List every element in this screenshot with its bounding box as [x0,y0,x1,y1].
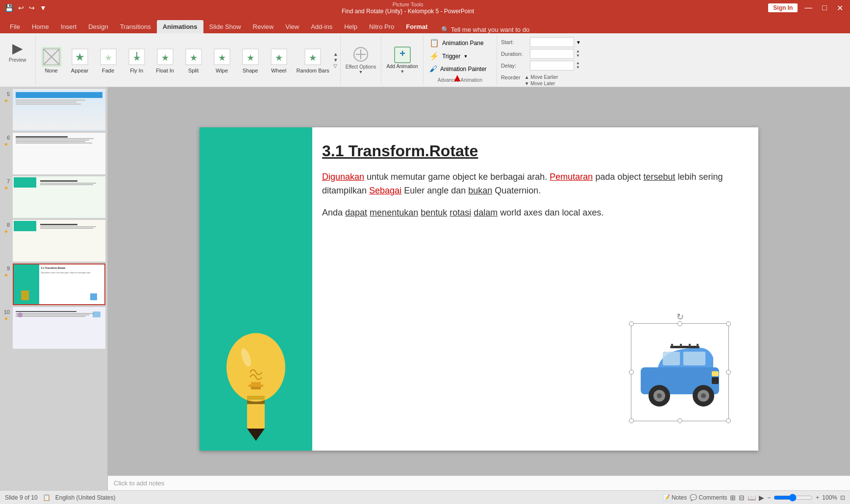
tab-slideshow[interactable]: Slide Show [203,20,247,33]
tab-format[interactable]: Format [400,20,433,33]
start-input[interactable] [530,37,574,47]
start-dropdown-arrow[interactable]: ▼ [576,40,581,45]
handle-top-left[interactable] [629,321,634,326]
anim-floatin-button[interactable]: ★ Float In [151,45,179,75]
split-icon: ★ [184,47,203,67]
start-row: Start: ▼ [501,37,581,47]
wipe-label: Wipe [216,68,228,73]
tab-review[interactable]: Review [247,20,280,33]
add-animation-icon: + [394,46,411,64]
slide-item-5[interactable]: 5 ★ [2,89,105,131]
duration-down-arrow[interactable]: ▼ [576,54,580,58]
body-text-4: Euler angle dan [404,186,468,195]
animation-pane-button[interactable]: 📋 Animation Pane [427,37,493,48]
undo-icon[interactable]: ↩ [17,4,25,12]
svg-marker-28 [247,429,265,441]
minimize-button[interactable]: — [801,3,815,12]
tab-animations[interactable]: Animations [157,20,203,33]
start-label: Start: [501,39,528,45]
anim-wheel-button[interactable]: ★ Wheel [265,45,293,75]
move-later-button[interactable]: ▼ Move Later [525,81,558,86]
slide-item-10[interactable]: 10 ★ [2,307,105,349]
slide-canvas[interactable]: 3.1 Transform.Rotate Digunakan untuk mem… [200,127,758,451]
anim-shape-button[interactable]: ★ Shape [237,45,264,75]
close-button[interactable]: ✕ [834,3,846,13]
scroll-down-arrow[interactable]: ▼ [333,57,338,63]
slide-6-thumb[interactable] [13,133,105,174]
delay-input[interactable] [530,61,574,71]
notes-placeholder-area[interactable]: Click to add notes [108,476,850,490]
notes-button[interactable]: 📝 Notes [663,494,687,501]
tab-addins[interactable]: Add-ins [305,20,338,33]
handle-top-right[interactable] [726,321,731,326]
tab-help[interactable]: Help [338,20,363,33]
zoom-in-button[interactable]: + [816,494,819,501]
scroll-up-arrow[interactable]: ▲ [333,51,338,57]
save-icon[interactable]: 💾 [4,4,14,12]
move-earlier-button[interactable]: ▲ Move Earlier [525,74,558,80]
trigger-icon: ⚡ [429,51,439,61]
anim-flyin-button[interactable]: ★ Fly In [123,45,150,75]
slide-5-thumb[interactable] [13,89,105,131]
delay-down-arrow[interactable]: ▼ [576,66,580,70]
slide-sorter-button[interactable]: ⊟ [739,494,745,502]
slide-9-thumb[interactable]: 3.1 Transform.Rotate Digunakan untuk mem… [13,264,105,305]
slide-item-7[interactable]: 7 ★ [2,176,105,218]
reorder-buttons: ▲ Move Earlier ▼ Move Later [525,74,558,86]
slide-item-6[interactable]: 6 ★ [2,133,105,174]
svg-point-30 [226,333,285,402]
preview-group: ▶ Preview [0,35,36,85]
tab-nitropro[interactable]: Nitro Pro [363,20,400,33]
anim-appear-button[interactable]: ★ Appear [66,45,94,75]
tab-view[interactable]: View [279,20,305,33]
fit-slide-button[interactable]: ⊡ [840,494,845,501]
slide-10-thumb[interactable] [13,307,105,349]
tab-home[interactable]: Home [26,20,55,33]
anim-split-button[interactable]: ★ Split [180,45,207,75]
handle-bottom-right[interactable] [726,418,731,423]
tell-me-input[interactable]: 🔍 Tell me what you want to do [441,26,529,33]
tab-insert[interactable]: Insert [55,20,83,33]
handle-bottom-middle[interactable] [677,418,682,423]
handle-middle-left[interactable] [629,370,634,375]
svg-text:★: ★ [161,53,169,63]
appear-icon: ★ [70,47,90,67]
slide-panel[interactable]: 5 ★ 6 ★ [0,87,108,490]
maximize-button[interactable]: □ [819,3,830,12]
redo-icon[interactable]: ↪ [28,4,36,12]
slide-item-8[interactable]: 8 ★ [2,220,105,262]
tab-design[interactable]: Design [82,20,114,33]
normal-view-button[interactable]: ⊞ [730,494,736,502]
preview-button[interactable]: ▶ Preview [5,37,30,66]
comments-button[interactable]: 💬 Comments [690,494,727,501]
scroll-more-arrow[interactable]: ▽ [333,63,338,69]
anim-none-button[interactable]: None [38,45,65,75]
customize-icon[interactable]: ▼ [39,4,48,12]
slide-item-9[interactable]: 9 ★ 3.1 Transform.Rotate Digunakan untuk… [2,264,105,305]
tab-transitions[interactable]: Transitions [114,20,157,33]
tab-file[interactable]: File [4,20,26,33]
anim-fade-button[interactable]: ★ Fade [95,45,122,75]
sign-in-button[interactable]: Sign In [768,3,798,12]
rotate-handle[interactable]: ↻ [676,312,684,322]
duration-input[interactable] [530,49,574,59]
none-label: None [45,68,57,73]
svg-text:★: ★ [75,51,85,63]
zoom-out-button[interactable]: − [767,494,771,501]
handle-top-middle[interactable] [677,321,682,326]
handle-bottom-left[interactable] [629,418,634,423]
delay-label: Delay: [501,63,528,69]
trigger-button[interactable]: ⚡ Trigger ▼ [427,50,493,62]
handle-middle-right[interactable] [726,370,731,375]
slide-8-thumb[interactable] [13,220,105,262]
reading-view-button[interactable]: 📖 [748,494,756,502]
slide-7-thumb[interactable] [13,176,105,218]
effect-options-group[interactable]: Effect Options ▼ [341,35,382,85]
slide-info-icon[interactable]: 📋 [43,494,50,501]
anim-randombars-button[interactable]: ★ Random Bars [294,45,332,75]
car-container[interactable]: ↻ [631,323,729,421]
anim-wipe-button[interactable]: ★ Wipe [208,45,236,75]
zoom-slider[interactable] [774,494,813,501]
bukan-text: bukan [468,186,492,195]
slideshow-button[interactable]: ▶ [759,494,764,502]
